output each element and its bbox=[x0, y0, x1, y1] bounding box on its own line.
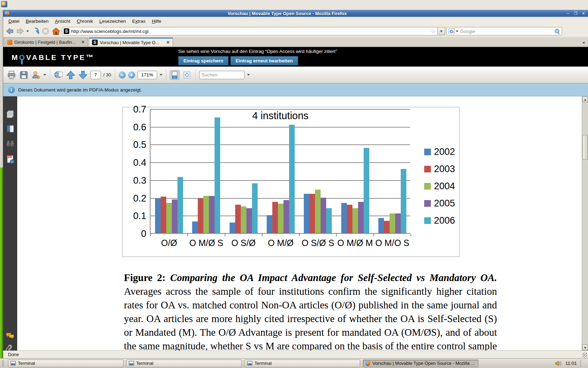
tab-list-caret[interactable] bbox=[582, 42, 585, 44]
search-panel-button[interactable] bbox=[6, 139, 15, 148]
find-input[interactable]: Suchen bbox=[199, 71, 245, 79]
pages-panel-button[interactable] bbox=[6, 110, 15, 119]
pdf-toolbar: 7 / 30 − + 171% Suchen bbox=[3, 67, 588, 83]
bar-2004 bbox=[315, 190, 321, 233]
taskbar-handle[interactable] bbox=[2, 360, 4, 367]
collaborate-caret[interactable] bbox=[43, 74, 46, 76]
engine-dropdown-caret[interactable] bbox=[456, 30, 458, 32]
window-titlebar[interactable]: Vorschau | Movable Type Open Source - Mo… bbox=[3, 10, 588, 17]
toolbar-separator bbox=[115, 70, 115, 80]
save-icon bbox=[19, 70, 28, 80]
y-axis-tick-label: 0.4 bbox=[133, 157, 146, 168]
menu-item-hilfe[interactable]: Hilfe bbox=[149, 17, 164, 25]
save-entry-button[interactable]: Eintrag speichern bbox=[178, 56, 229, 66]
x-axis-tick bbox=[225, 234, 225, 236]
menu-item-chronik[interactable]: Chronik bbox=[74, 17, 96, 25]
tab-strip: Girokonto | Festgeld | Baufin...✕SVorsch… bbox=[3, 38, 588, 47]
bar-2004 bbox=[352, 208, 358, 233]
toolbar-separator bbox=[166, 70, 166, 80]
zoom-dropdown-caret[interactable] bbox=[160, 74, 162, 76]
scroll-up-button[interactable]: ▲ bbox=[582, 96, 588, 102]
reload-button[interactable] bbox=[30, 27, 40, 36]
x-axis-tick bbox=[150, 234, 151, 236]
menu-item-lesezeichen[interactable]: Lesezeichen bbox=[96, 17, 129, 25]
minimize-button[interactable]: ─ bbox=[565, 11, 571, 16]
x-axis-category-label: O S/Ø bbox=[225, 238, 262, 248]
fit-page-button[interactable] bbox=[182, 70, 192, 80]
chart: 4 institutions 0.70.60.50.40.30.20.10O/Ø… bbox=[122, 107, 460, 257]
menu-item-bearbeiten[interactable]: Bearbeiten bbox=[23, 17, 52, 25]
url-input[interactable]: http://www.scienceblogs.de/mt/mt.cgi bbox=[71, 29, 429, 34]
maximize-button[interactable]: ❐ bbox=[573, 11, 579, 16]
zoom-out-button[interactable]: − bbox=[119, 71, 126, 79]
next-page-icon bbox=[78, 70, 88, 80]
x-axis-category-label: O/Ø bbox=[150, 238, 188, 248]
previous-page-button[interactable] bbox=[66, 70, 76, 80]
page-count-label: / 30 bbox=[103, 72, 111, 77]
zoom-in-button[interactable]: + bbox=[128, 71, 135, 79]
document-properties-button[interactable]: PDFi bbox=[6, 154, 15, 163]
search-icon[interactable] bbox=[554, 28, 560, 34]
share-button[interactable] bbox=[54, 70, 63, 80]
volume-icon[interactable] bbox=[555, 360, 562, 367]
tabs-container: Girokonto | Festgeld | Baufin...✕SVorsch… bbox=[4, 38, 173, 46]
taskbar-window-1[interactable]: Terminal bbox=[126, 360, 242, 367]
vertical-scrollbar[interactable]: ▲ ▼ bbox=[582, 96, 588, 350]
search-input[interactable]: Google bbox=[460, 29, 553, 34]
bookmark-star-icon[interactable]: ☆ bbox=[431, 28, 436, 35]
next-page-button[interactable] bbox=[78, 70, 88, 80]
desktop-mini-icon[interactable] bbox=[1, 1, 7, 7]
tab-close-icon[interactable]: ✕ bbox=[81, 40, 85, 45]
resize-grip[interactable] bbox=[582, 353, 587, 357]
collaborate-button[interactable] bbox=[31, 70, 41, 80]
clock[interactable]: 11:01 bbox=[565, 361, 577, 366]
bookmarks-panel-button[interactable] bbox=[6, 124, 15, 134]
navigation-toolbar: S http://www.scienceblogs.de/mt/mt.cgi ☆… bbox=[3, 26, 588, 37]
tab-close-icon[interactable]: ✕ bbox=[166, 40, 170, 45]
figure-body: Averages across the sample of four insti… bbox=[124, 286, 497, 360]
back-button[interactable] bbox=[5, 27, 14, 36]
taskbar-window-0[interactable]: Terminal bbox=[8, 360, 124, 367]
legend-item-2003: 2003 bbox=[424, 164, 455, 175]
search-box[interactable]: G Google bbox=[447, 27, 562, 35]
url-dropdown-caret bbox=[440, 30, 443, 32]
infobar-message: Dieses Dokument wird gerade im PDF/A-Mod… bbox=[18, 87, 142, 93]
url-bar[interactable]: S http://www.scienceblogs.de/mt/mt.cgi ☆ bbox=[62, 27, 445, 35]
history-dropdown-caret[interactable] bbox=[26, 30, 29, 32]
taskbar-window-3[interactable]: Vorschau | Movable Type Open Source - Mo… bbox=[363, 360, 478, 367]
menu-item-extras[interactable]: Extras bbox=[129, 17, 149, 25]
scroll-down-button[interactable]: ▼ bbox=[582, 345, 588, 350]
x-axis-category-label: O M/Ø M bbox=[336, 238, 373, 248]
save-button[interactable] bbox=[19, 70, 29, 80]
scrollbar-thumb[interactable] bbox=[582, 135, 588, 159]
forward-button[interactable] bbox=[16, 27, 25, 36]
desktop-strip bbox=[0, 0, 588, 10]
legend-item-2006: 2006 bbox=[424, 215, 455, 226]
comments-panel-button[interactable] bbox=[6, 332, 15, 341]
find-placeholder: Suchen bbox=[202, 72, 218, 77]
bar-2004 bbox=[278, 204, 284, 233]
taskbar-window-label: Terminal bbox=[18, 361, 35, 366]
url-dropdown-button[interactable] bbox=[438, 27, 445, 35]
tab-0[interactable]: Girokonto | Festgeld | Baufin...✕ bbox=[4, 38, 88, 46]
edit-entry-button[interactable]: Eintrag erneut bearbeiten bbox=[230, 56, 298, 66]
menu-item-datei[interactable]: Datei bbox=[5, 17, 23, 25]
page-number-input[interactable]: 7 bbox=[90, 71, 101, 79]
taskbar-window-2[interactable]: Terminal bbox=[245, 360, 360, 367]
tray-grip bbox=[580, 360, 583, 367]
google-engine-icon[interactable]: G bbox=[449, 28, 454, 34]
find-dropdown-caret[interactable] bbox=[247, 74, 250, 76]
bar-2005 bbox=[246, 208, 252, 233]
home-icon bbox=[52, 27, 60, 35]
stop-button[interactable] bbox=[41, 27, 50, 36]
zoom-level-input[interactable]: 171% bbox=[138, 71, 157, 79]
print-button[interactable] bbox=[7, 70, 16, 80]
binoculars-icon bbox=[6, 139, 15, 148]
close-button[interactable]: ✕ bbox=[580, 11, 587, 16]
firefox-icon bbox=[365, 361, 370, 366]
menu-item-ansicht[interactable]: Ansicht bbox=[52, 17, 74, 25]
home-button[interactable] bbox=[51, 27, 61, 36]
tab-label: Girokonto | Festgeld | Baufin... bbox=[14, 40, 79, 45]
scrolling-mode-button[interactable] bbox=[170, 70, 180, 80]
tab-1[interactable]: SVorschau | Movable Type O...✕ bbox=[89, 38, 173, 46]
